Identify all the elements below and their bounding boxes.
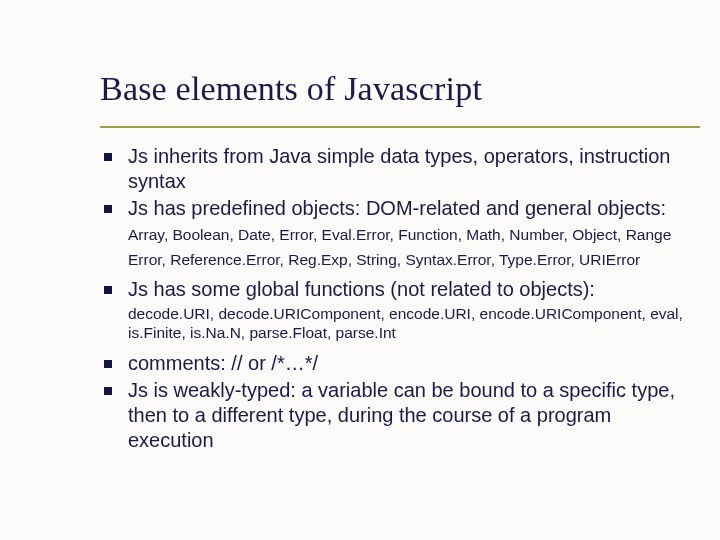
bullet-icon (104, 205, 112, 213)
item-text: Js inherits from Java simple data types,… (128, 144, 700, 194)
item-small: Array, Boolean, Date, Error, Eval.Error,… (128, 226, 671, 268)
item-text: Js is weakly-typed: a variable can be bo… (128, 378, 700, 453)
bullet-icon (104, 387, 112, 395)
slide-content: Js inherits from Java simple data types,… (100, 144, 700, 453)
item-main: Js has predefined objects: DOM-related a… (128, 197, 666, 219)
slide: Base elements of Javascript Js inherits … (0, 0, 720, 540)
item-sub: decode.URI, decode.URIComponent, encode.… (128, 304, 700, 343)
list-item: Js is weakly-typed: a variable can be bo… (104, 378, 700, 453)
title-underline (100, 126, 700, 128)
list-item: Js inherits from Java simple data types,… (104, 144, 700, 194)
item-text: Js has some global functions (not relate… (128, 277, 595, 302)
item-text: Js has predefined objects: DOM-related a… (128, 196, 700, 271)
list-item: Js has some global functions (not relate… (104, 277, 700, 302)
bullet-icon (104, 153, 112, 161)
item-text: comments: // or /*…*/ (128, 351, 318, 376)
list-item: comments: // or /*…*/ (104, 351, 700, 376)
bullet-icon (104, 286, 112, 294)
slide-title: Base elements of Javascript (100, 70, 700, 108)
bullet-icon (104, 360, 112, 368)
list-item: Js has predefined objects: DOM-related a… (104, 196, 700, 271)
